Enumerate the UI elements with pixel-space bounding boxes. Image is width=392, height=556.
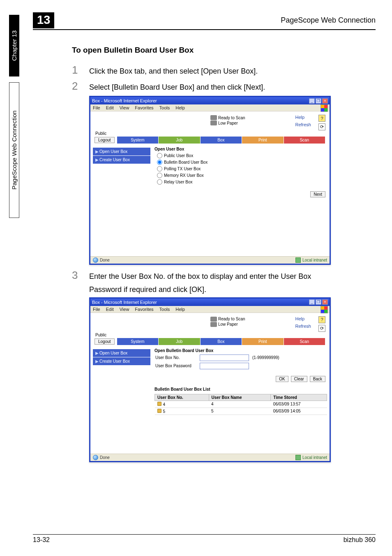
zone-label: Local intranet — [302, 258, 327, 262]
radio-bulletin[interactable]: Bulletin Board User Box — [157, 160, 327, 165]
status-done: Done — [100, 258, 110, 262]
ie-icon — [93, 455, 98, 460]
triangle-icon: ▶ — [95, 149, 99, 154]
menu-edit[interactable]: Edit — [106, 105, 114, 110]
close-icon[interactable]: × — [322, 299, 328, 305]
cell-time: 06/03/09 13:57 — [271, 401, 327, 408]
paper-icon — [210, 322, 217, 327]
list-title: Bulletin Board User Box List — [154, 387, 327, 392]
refresh-link[interactable]: Refresh — [295, 324, 311, 329]
printer-icon — [210, 115, 217, 120]
refresh-icon[interactable] — [318, 123, 325, 130]
radio-input[interactable] — [157, 179, 162, 185]
menu-help[interactable]: Help — [175, 105, 185, 110]
close-icon[interactable]: × — [322, 98, 328, 104]
triangle-icon: ▶ — [95, 359, 99, 364]
step-3-text-a: Enter the User Box No. of the box to dis… — [89, 271, 311, 282]
triangle-icon: ▶ — [95, 158, 99, 162]
radio-input[interactable] — [157, 160, 162, 165]
menu-tools[interactable]: Tools — [159, 105, 170, 110]
lock-icon — [157, 409, 161, 413]
radio-polling[interactable]: Polling TX User Box — [157, 166, 327, 171]
help-link[interactable]: Help — [295, 115, 304, 120]
help-icon[interactable]: ? — [318, 316, 325, 323]
zone-label: Local intranet — [302, 455, 327, 460]
menu-edit[interactable]: Edit — [106, 307, 114, 312]
menu-file[interactable]: File — [93, 307, 100, 312]
side-tab-chapter: Chapter 13 — [9, 15, 19, 76]
radio-relay[interactable]: Relay User Box — [157, 179, 327, 185]
menu-view[interactable]: View — [120, 307, 129, 312]
nav-open-user-box[interactable]: ▶Open User Box — [93, 349, 150, 357]
refresh-link[interactable]: Refresh — [295, 122, 311, 127]
table-row[interactable]: 4 4 06/03/09 13:57 — [155, 401, 327, 408]
tab-scan[interactable]: Scan — [284, 137, 325, 144]
userboxpw-input[interactable] — [200, 363, 249, 369]
tab-scan[interactable]: Scan — [284, 338, 325, 345]
side-tab-chapter-label: Chapter 13 — [11, 30, 18, 61]
radio-input[interactable] — [157, 166, 162, 171]
side-tab-connection: PageScope Web Connection — [9, 82, 19, 218]
tab-system[interactable]: System — [117, 338, 159, 345]
userbox-list-table: User Box No. User Box Name Time Stored 4… — [154, 394, 327, 415]
ok-button[interactable]: OK — [276, 376, 288, 382]
paper-icon — [210, 120, 217, 125]
next-button[interactable]: Next — [310, 191, 325, 197]
back-button[interactable]: Back — [310, 376, 325, 382]
minimize-icon[interactable]: _ — [309, 299, 315, 305]
logout-button[interactable]: Logout — [95, 137, 115, 143]
tab-box[interactable]: Box — [201, 137, 242, 144]
cell-no: 5 — [163, 409, 166, 414]
zone-icon — [295, 257, 301, 263]
radio-label: Polling TX User Box — [164, 167, 201, 171]
radio-input[interactable] — [157, 173, 162, 178]
device-status: Ready to Scan Low Paper — [210, 115, 245, 126]
tab-job[interactable]: Job — [159, 338, 200, 345]
tab-print[interactable]: Print — [242, 137, 284, 144]
tab-bar: System Job Box Print Scan — [117, 137, 325, 144]
menu-favorites[interactable]: Favorites — [135, 307, 153, 312]
radio-public[interactable]: Public User Box — [157, 153, 327, 158]
refresh-icon[interactable] — [318, 325, 325, 332]
table-row[interactable]: 5 5 06/03/09 14:05 — [155, 408, 327, 415]
nav-open-user-box[interactable]: ▶Open User Box — [93, 148, 150, 155]
radio-memory[interactable]: Memory RX User Box — [157, 173, 327, 178]
userboxno-label: User Box No. — [155, 355, 196, 360]
nav-create-user-box[interactable]: ▶Create User Box — [93, 357, 150, 365]
logout-button[interactable]: Logout — [95, 338, 115, 345]
cell-time: 06/03/09 14:05 — [271, 408, 327, 415]
cell-no: 4 — [163, 402, 166, 407]
help-link[interactable]: Help — [295, 316, 304, 321]
menu-help[interactable]: Help — [175, 307, 185, 312]
maximize-icon[interactable]: ❐ — [316, 299, 321, 305]
footer-right: bizhub 360 — [344, 536, 376, 544]
maximize-icon[interactable]: ❐ — [316, 98, 321, 104]
menubar: File Edit View Favorites Tools Help — [90, 104, 330, 111]
cell-name: 4 — [209, 401, 271, 408]
radio-input[interactable] — [157, 153, 162, 158]
help-icon[interactable]: ? — [318, 115, 325, 122]
menu-file[interactable]: File — [93, 105, 100, 110]
public-label: Public — [93, 333, 327, 338]
titlebar: Box - Microsoft Internet Explorer _ ❐ × — [90, 97, 330, 104]
menu-favorites[interactable]: Favorites — [135, 105, 153, 110]
tab-system[interactable]: System — [117, 137, 159, 144]
tab-box[interactable]: Box — [201, 338, 242, 345]
tab-job[interactable]: Job — [159, 137, 200, 144]
minimize-icon[interactable]: _ — [309, 98, 315, 104]
clear-button[interactable]: Clear — [291, 376, 307, 382]
nav-create-user-box[interactable]: ▶Create User Box — [93, 156, 150, 164]
userboxno-input[interactable] — [200, 354, 249, 361]
header-title: PageScope Web Connection — [281, 16, 376, 25]
step-number: 1 — [72, 64, 89, 76]
device-status: Ready to Scan Low Paper — [210, 316, 245, 327]
tab-print[interactable]: Print — [242, 338, 284, 345]
status-paper: Low Paper — [218, 121, 238, 125]
step-3-text-b: Password if required and click [OK]. — [89, 285, 376, 295]
menu-tools[interactable]: Tools — [159, 307, 170, 312]
statusbar: Done Local intranet — [90, 454, 330, 461]
table-header-row: User Box No. User Box Name Time Stored — [155, 394, 327, 401]
triangle-icon: ▶ — [95, 351, 99, 355]
menu-view[interactable]: View — [120, 105, 129, 110]
statusbar: Done Local intranet — [90, 256, 330, 264]
